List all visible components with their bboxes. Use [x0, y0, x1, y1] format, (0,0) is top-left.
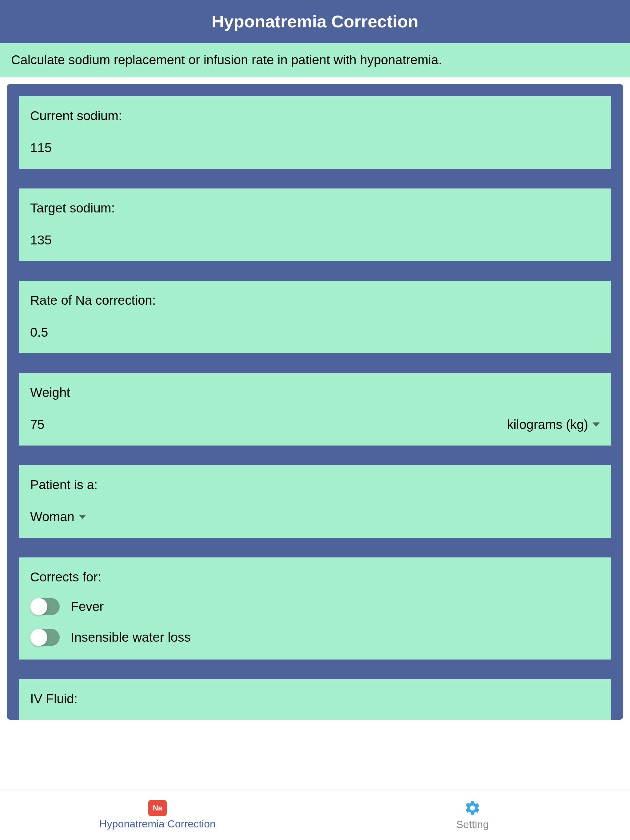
- chevron-down-icon: [592, 422, 600, 427]
- target-sodium-input[interactable]: 135: [30, 233, 52, 248]
- field-label: IV Fluid:: [30, 692, 600, 706]
- field-label: Target sodium:: [30, 201, 600, 216]
- field-label: Patient is a:: [30, 477, 600, 492]
- current-sodium-input[interactable]: 115: [30, 141, 52, 155]
- tab-bar: Na Hyponatremia Correction Setting: [0, 789, 630, 840]
- field-patient-is[interactable]: Patient is a: Woman: [19, 465, 611, 538]
- field-rate-correction[interactable]: Rate of Na correction: 0.5: [19, 281, 611, 353]
- weight-input[interactable]: 75: [30, 417, 44, 432]
- tab-setting[interactable]: Setting: [315, 790, 630, 840]
- field-label: Rate of Na correction:: [30, 293, 600, 308]
- form-container: Current sodium: 115 Target sodium: 135 R…: [7, 84, 623, 720]
- field-corrects-for: Corrects for: Fever Insensible water los…: [19, 557, 611, 660]
- insensible-toggle[interactable]: [30, 629, 60, 646]
- field-label: Corrects for:: [30, 570, 600, 584]
- field-iv-fluid[interactable]: IV Fluid:: [19, 679, 611, 720]
- gear-icon: [464, 799, 481, 816]
- content-scroll[interactable]: Current sodium: 115 Target sodium: 135 R…: [0, 77, 630, 789]
- tab-hyponatremia-correction[interactable]: Na Hyponatremia Correction: [0, 790, 315, 840]
- field-target-sodium[interactable]: Target sodium: 135: [19, 188, 611, 261]
- toggle-label: Insensible water loss: [71, 630, 191, 645]
- fever-toggle[interactable]: [30, 598, 60, 615]
- chevron-down-icon: [79, 515, 86, 519]
- field-label: Weight: [30, 385, 600, 400]
- toggle-label: Fever: [71, 599, 104, 614]
- weight-unit-select[interactable]: kilograms (kg): [507, 417, 600, 432]
- toggle-knob: [30, 598, 47, 615]
- field-label: Current sodium:: [30, 109, 600, 123]
- page-title: Hyponatremia Correction: [212, 11, 418, 32]
- patient-select[interactable]: Woman: [30, 510, 86, 524]
- field-current-sodium[interactable]: Current sodium: 115: [19, 96, 611, 169]
- field-weight[interactable]: Weight 75 kilograms (kg): [19, 373, 611, 445]
- header: Hyponatremia Correction: [0, 0, 630, 43]
- rate-correction-input[interactable]: 0.5: [30, 325, 48, 340]
- patient-value: Woman: [30, 510, 74, 524]
- toggle-row-fever: Fever: [30, 598, 600, 615]
- na-element-icon: Na: [148, 800, 167, 816]
- weight-unit-value: kilograms (kg): [507, 417, 588, 432]
- description-bar: Calculate sodium replacement or infusion…: [0, 43, 630, 77]
- tab-label: Hyponatremia Correction: [99, 818, 216, 830]
- toggle-knob: [30, 629, 47, 646]
- toggle-row-insensible: Insensible water loss: [30, 629, 600, 646]
- tab-label: Setting: [456, 818, 489, 831]
